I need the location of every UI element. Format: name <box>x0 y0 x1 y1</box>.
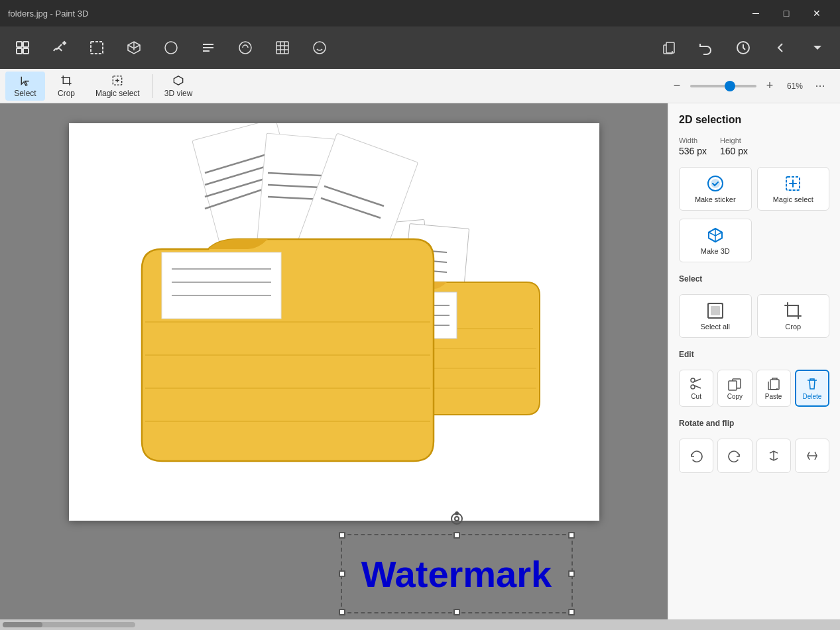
crop-panel-button[interactable]: Crop <box>757 294 830 338</box>
watermark-text: Watermark <box>361 552 552 596</box>
zoom-slider[interactable] <box>690 85 756 87</box>
delete-button[interactable]: Delete <box>795 370 829 407</box>
make-3d-button[interactable]: Make 3D <box>679 219 752 262</box>
handle-middle-left[interactable] <box>339 570 345 577</box>
ribbon: Select Crop Magic select 3D view − + 61%… <box>0 69 840 103</box>
magic-select-panel-icon <box>784 174 802 193</box>
canvas-icon <box>274 40 290 56</box>
effects-icon <box>237 40 253 56</box>
more-toolbar-button[interactable] <box>800 30 835 65</box>
handle-bottom-center[interactable] <box>453 609 460 615</box>
scrollbar-thumb[interactable] <box>3 622 42 627</box>
paste-label: Paste <box>765 393 782 400</box>
svg-rect-63 <box>770 380 779 390</box>
select-all-button[interactable]: Select all <box>679 294 752 338</box>
height-label: Height <box>720 136 748 144</box>
handle-top-right[interactable] <box>568 532 575 539</box>
menu-button[interactable] <box>5 30 40 65</box>
effects-button[interactable] <box>228 30 263 65</box>
crop-ribbon-button[interactable]: Crop <box>46 72 86 101</box>
rotate-left-button[interactable] <box>679 439 713 473</box>
handle-top-center[interactable] <box>453 532 460 539</box>
more-options-button[interactable]: ··· <box>811 77 829 95</box>
back-button[interactable] <box>763 30 798 65</box>
paste-panel-button[interactable]: Paste <box>756 370 791 407</box>
panel-dimensions: Width 536 px Height 160 px <box>679 136 829 156</box>
select-all-icon <box>706 301 725 320</box>
svg-rect-2 <box>17 48 22 54</box>
make-3d-label: Make 3D <box>701 247 730 255</box>
main-area: Watermark 2D selection Width 536 px Heig… <box>0 103 840 619</box>
cut-label: Cut <box>691 393 701 400</box>
canvas-area[interactable]: Watermark <box>0 103 668 619</box>
crop-icon <box>60 74 73 87</box>
paste-button[interactable] <box>652 30 686 65</box>
minimize-button[interactable]: ─ <box>741 0 771 26</box>
watermark-selection[interactable]: Watermark <box>341 534 573 613</box>
zoom-in-button[interactable]: + <box>760 77 779 95</box>
right-panel: 2D selection Width 536 px Height 160 px … <box>668 103 840 619</box>
ribbon-separator <box>152 74 152 98</box>
2d-shapes-icon <box>163 40 179 56</box>
canvas[interactable]: Watermark <box>69 123 599 521</box>
copy-icon <box>727 376 742 391</box>
svg-rect-46 <box>162 252 281 319</box>
magic-select-ribbon-button[interactable]: Magic select <box>88 72 148 101</box>
handle-middle-right[interactable] <box>568 570 575 577</box>
make-sticker-button[interactable]: Make sticker <box>679 167 752 211</box>
height-group: Height 160 px <box>720 136 748 156</box>
cut-icon <box>689 376 703 391</box>
3d-view-icon <box>172 74 185 87</box>
handle-top-left[interactable] <box>339 532 345 539</box>
select-ribbon-button[interactable]: Select <box>5 72 45 101</box>
3d-shapes-button[interactable] <box>117 30 151 65</box>
handle-bottom-left[interactable] <box>339 609 345 615</box>
zoom-out-button[interactable]: − <box>668 77 686 95</box>
rotate-left-icon <box>689 448 703 463</box>
title-bar: folders.jpg - Paint 3D ─ □ ✕ <box>0 0 840 26</box>
width-group: Width 536 px <box>679 136 707 156</box>
magic-select-icon <box>111 74 124 87</box>
handle-bottom-right[interactable] <box>568 609 575 615</box>
copy-button[interactable]: Copy <box>717 370 752 407</box>
brushes-button[interactable] <box>42 30 77 65</box>
width-value: 536 px <box>679 146 707 156</box>
svg-rect-62 <box>729 381 737 390</box>
delete-label: Delete <box>802 393 821 400</box>
history-button[interactable] <box>726 30 760 65</box>
flip-horizontal-icon <box>805 448 819 463</box>
3d-view-ribbon-button[interactable]: 3D view <box>156 72 201 101</box>
stickers-button[interactable] <box>302 30 337 65</box>
canvas-button[interactable] <box>265 30 300 65</box>
zoom-level: 61% <box>783 81 807 91</box>
copy-label: Copy <box>727 393 743 400</box>
3d-view-ribbon-label: 3D view <box>164 89 193 98</box>
flip-horizontal-button[interactable] <box>795 439 829 473</box>
crop-panel-label: Crop <box>785 323 801 331</box>
svg-rect-4 <box>91 42 103 54</box>
stickers-icon <box>312 40 328 56</box>
rotate-right-button[interactable] <box>717 439 752 473</box>
svg-rect-6 <box>276 42 288 54</box>
width-label: Width <box>679 136 707 144</box>
selection-button[interactable] <box>80 30 114 65</box>
back-icon <box>772 40 788 56</box>
flip-vertical-button[interactable] <box>756 439 791 473</box>
2d-shapes-button[interactable] <box>154 30 188 65</box>
magic-select-panel-button[interactable]: Magic select <box>757 167 830 211</box>
text-button[interactable] <box>191 30 225 65</box>
rotate-flip-actions <box>679 439 829 473</box>
crop-panel-icon <box>784 301 802 320</box>
close-button[interactable]: ✕ <box>802 0 832 26</box>
cut-button[interactable]: Cut <box>679 370 713 407</box>
bottom-scrollbar[interactable] <box>0 619 840 630</box>
scrollbar-track[interactable] <box>3 622 135 627</box>
undo-button[interactable] <box>689 30 723 65</box>
magic-select-ribbon-label: Magic select <box>95 89 140 98</box>
make-3d-row: Make 3D <box>679 219 829 262</box>
make-sticker-label: Make sticker <box>695 195 736 203</box>
maximize-button[interactable]: □ <box>771 0 802 26</box>
select-actions: Select all Crop <box>679 294 829 338</box>
history-icon <box>735 40 751 56</box>
rotate-handle[interactable] <box>449 511 465 527</box>
